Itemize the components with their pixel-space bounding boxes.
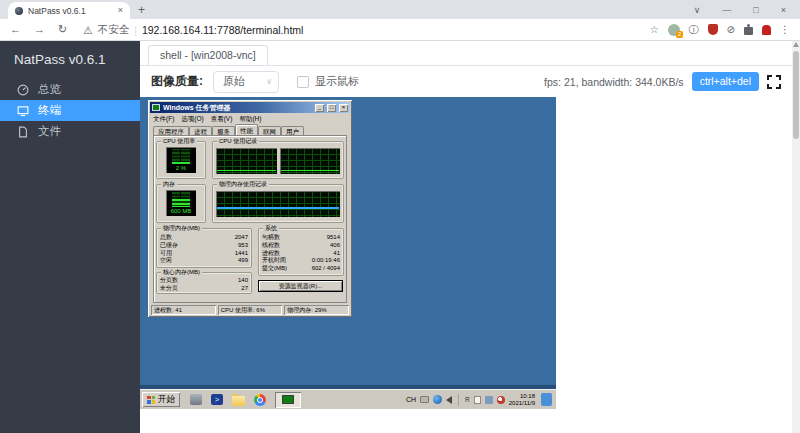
address-field[interactable]: ⚠ 不安全 | 192.168.164.11:7788/terminal.htm…	[83, 23, 303, 37]
sidebar-item-terminal[interactable]: 终端	[0, 100, 140, 121]
tab-networking[interactable]: 联网	[258, 126, 281, 135]
tab-applications[interactable]: 应用程序	[153, 126, 189, 135]
taskbar-clock[interactable]: 10:18 2021/11/9	[509, 393, 535, 407]
tray-icon-flag[interactable]	[474, 396, 481, 404]
show-cursor-label: 显示鼠标	[315, 74, 359, 89]
taskbar-icon-folder[interactable]	[232, 396, 245, 406]
new-tab-button[interactable]: +	[138, 4, 145, 16]
cpu-usage-meter: 2 %	[166, 147, 196, 173]
vnc-canvas[interactable]: Windows 任务管理器 _ □ × 文件(F) 选项(O) 查看(V) 帮助…	[140, 97, 556, 409]
browser-addressbar: ← → ↻ ⚠ 不安全 | 192.168.164.11:7788/termin…	[0, 19, 800, 41]
remote-taskmgr-window[interactable]: Windows 任务管理器 _ □ × 文件(F) 选项(O) 查看(V) 帮助…	[148, 100, 352, 317]
tray-icon-speaker[interactable]	[446, 396, 452, 404]
taskbar-icon-powershell[interactable]: >	[211, 394, 223, 405]
stat-row: 分页数140	[160, 277, 248, 285]
stat-row: 总数2047	[160, 234, 248, 242]
taskmgr-tabs: 应用程序 进程 服务 性能 联网 用户	[150, 123, 350, 135]
cpu-history-label: CPU 使用记录	[217, 138, 259, 145]
tray-icon-r[interactable]: R	[465, 396, 470, 403]
quality-label: 图像质量:	[151, 73, 203, 90]
status-processes: 进程数: 41	[151, 305, 216, 315]
quality-select[interactable]: 原始 ∨	[213, 71, 279, 93]
forward-icon[interactable]: →	[34, 23, 45, 36]
url-separator: |	[134, 24, 137, 36]
reload-icon[interactable]: ↻	[58, 23, 67, 36]
memory-group: 内存 600 MB	[156, 184, 206, 223]
sidebar-item-overview[interactable]: 总览	[0, 79, 140, 100]
tab-services[interactable]: 服务	[212, 126, 235, 135]
tab-performance[interactable]: 性能	[235, 124, 258, 135]
remote-taskbar[interactable]: 开始 > CH	[140, 389, 556, 409]
window-close-icon[interactable]: ×	[781, 5, 786, 15]
memory-meter: 600 MB	[166, 190, 196, 216]
scrollbar-thumb[interactable]	[793, 51, 799, 139]
tray-icon-connection[interactable]	[485, 396, 493, 404]
browser-tab[interactable]: NatPass v0.6.1 ×	[8, 2, 130, 19]
stat-row: 空闲499	[160, 257, 248, 265]
show-cursor-checkbox[interactable]	[297, 76, 309, 88]
page: NatPass v0.6.1 总览 终端 文件	[0, 41, 800, 433]
memory-history-label: 物理内存使用记录	[217, 181, 269, 188]
browser-menu-icon[interactable]: ⋮	[780, 24, 790, 36]
vnc-controls: 图像质量: 原始 ∨ 显示鼠标 fps: 21, bandwidth: 344.…	[140, 66, 792, 97]
show-cursor-option[interactable]: 显示鼠标	[297, 74, 359, 89]
window-controls: ∨ — □ ×	[694, 5, 800, 15]
menu-file[interactable]: 文件(F)	[153, 114, 174, 123]
windows-logo-icon	[147, 396, 155, 404]
window-menu-icon[interactable]: ∨	[694, 5, 701, 15]
taskmgr-menubar: 文件(F) 选项(O) 查看(V) 帮助(H)	[150, 113, 350, 123]
menu-view[interactable]: 查看(V)	[211, 114, 233, 123]
main-area: shell - [win2008-vnc] 图像质量: 原始 ∨ 显示鼠标 fp…	[140, 41, 792, 433]
cpu-history-graph-2	[280, 148, 341, 174]
extension-info-icon[interactable]: ⓘ	[689, 24, 699, 36]
taskbar-task-taskmgr[interactable]	[275, 392, 301, 408]
resource-monitor-button[interactable]: 资源监视器(R)...	[258, 280, 343, 292]
taskbar-icon-chrome[interactable]	[254, 394, 266, 406]
menu-help[interactable]: 帮助(H)	[239, 114, 261, 123]
extension-block-icon[interactable]: ⊘	[727, 24, 735, 36]
sidebar-item-files[interactable]: 文件	[0, 121, 140, 142]
bookmark-star-icon[interactable]: ☆	[650, 24, 659, 36]
stat-row: 提交(MB)602 / 4094	[262, 265, 340, 273]
tray-icon-network-globe[interactable]	[433, 395, 442, 404]
taskbar-icon-device[interactable]	[190, 394, 202, 405]
window-minimize-icon[interactable]: —	[722, 5, 731, 15]
cpu-usage-label: CPU 使用率	[161, 138, 197, 145]
taskmgr-maximize-icon[interactable]: □	[327, 104, 336, 112]
cpu-history-group: CPU 使用记录	[212, 141, 344, 179]
security-warning-icon: ⚠	[83, 24, 92, 36]
taskmgr-close-icon[interactable]: ×	[339, 104, 348, 112]
menu-options[interactable]: 选项(O)	[181, 114, 203, 123]
scrollbar-up-arrow[interactable]	[793, 42, 799, 47]
vnc-status-actions: fps: 21, bandwidth: 344.0KB/s ctrl+alt+d…	[544, 72, 781, 91]
window-maximize-icon[interactable]: □	[753, 5, 758, 15]
page-scrollbar[interactable]	[792, 41, 800, 433]
extension-person-icon[interactable]	[762, 25, 771, 35]
tab-processes[interactable]: 进程	[189, 126, 212, 135]
tray-icon-printer[interactable]	[420, 396, 429, 403]
system-tray: CH R 10:18 2021/11/9	[406, 393, 554, 407]
profile-avatar[interactable]: 2	[668, 24, 680, 36]
language-indicator[interactable]: CH	[406, 396, 416, 403]
url-text: 192.168.164.11:7788/terminal.html	[142, 24, 304, 36]
tray-icon-show-desktop[interactable]	[541, 393, 552, 406]
quicklaunch: >	[190, 394, 266, 406]
tab-close-icon[interactable]: ×	[118, 6, 123, 15]
start-button[interactable]: 开始	[142, 392, 180, 407]
back-icon[interactable]: ←	[10, 23, 21, 36]
chevron-down-icon: ∨	[266, 77, 272, 86]
extension-shield-icon[interactable]	[708, 24, 718, 35]
stat-row: 线程数406	[262, 242, 340, 250]
ctrl-alt-del-button[interactable]: ctrl+alt+del	[692, 72, 759, 91]
tray-icon-red[interactable]	[497, 396, 505, 404]
fps-bandwidth-text: fps: 21, bandwidth: 344.0KB/s	[544, 76, 684, 88]
fullscreen-icon[interactable]	[767, 75, 781, 89]
shell-tab[interactable]: shell - [win2008-vnc]	[148, 45, 268, 65]
start-label: 开始	[158, 394, 175, 406]
taskmgr-titlebar[interactable]: Windows 任务管理器 _ □ ×	[150, 102, 350, 113]
browser-nav-buttons: ← → ↻	[10, 23, 67, 36]
app-title: NatPass v0.6.1	[0, 41, 140, 79]
tab-users[interactable]: 用户	[281, 126, 304, 135]
extensions-puzzle-icon[interactable]	[744, 27, 753, 35]
taskmgr-minimize-icon[interactable]: _	[315, 104, 324, 112]
